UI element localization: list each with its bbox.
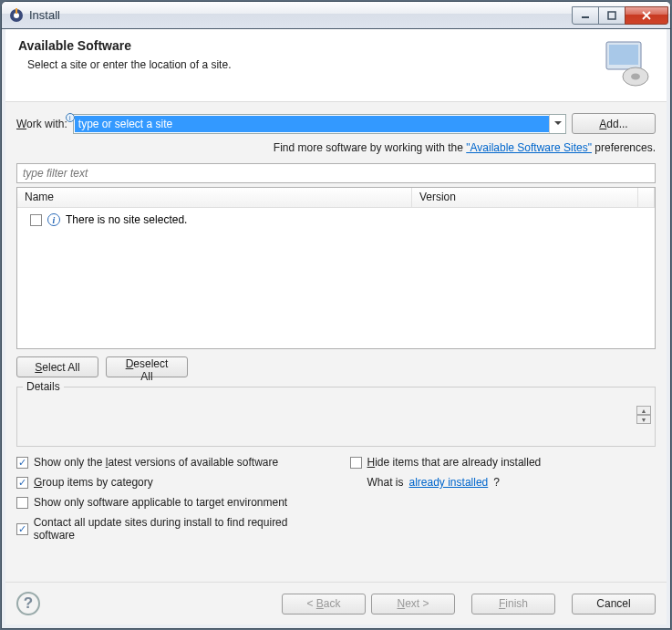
filter-input[interactable] (16, 163, 656, 183)
dialog-footer: ? < Back Next > Finish Cancel (5, 582, 667, 625)
software-tree[interactable]: Name Version i There is no site selected… (16, 187, 656, 349)
opt-latest[interactable]: Show only the latest versions of availab… (16, 456, 323, 469)
column-version[interactable]: Version (412, 188, 638, 207)
window-title: Install (29, 8, 573, 22)
svg-rect-6 (609, 45, 638, 65)
dialog-header: Available Software Select a site or ente… (5, 29, 667, 102)
dialog-body: Work with: i type or select a site Add..… (5, 102, 667, 582)
tree-row[interactable]: i There is no site selected. (23, 212, 649, 228)
add-button[interactable]: Add... (572, 113, 656, 134)
svg-rect-3 (582, 16, 589, 18)
workwith-label: Work with: i (16, 118, 67, 130)
dialog-content: Available Software Select a site or ente… (2, 29, 670, 628)
workwith-row: Work with: i type or select a site Add..… (16, 113, 656, 134)
info-badge-icon: i (66, 113, 75, 122)
app-icon (9, 8, 24, 23)
cancel-button[interactable]: Cancel (572, 594, 656, 615)
what-installed: What is already installed? (350, 476, 656, 489)
page-title: Available Software (18, 38, 599, 53)
close-button[interactable] (625, 6, 668, 25)
details-spinner[interactable]: ▲ ▼ (636, 406, 651, 424)
page-subtitle: Select a site or enter the location of a… (18, 58, 599, 71)
svg-point-8 (631, 74, 640, 80)
workwith-combo[interactable]: type or select a site (73, 114, 566, 134)
opt-group[interactable]: Group items by category (16, 476, 323, 489)
minimize-button[interactable] (572, 6, 599, 25)
checkbox-icon[interactable] (16, 523, 28, 535)
deselect-all-button[interactable]: Deselect All (106, 356, 188, 377)
chevron-down-icon[interactable] (549, 115, 565, 133)
opt-contact[interactable]: Contact all update sites during install … (16, 516, 323, 542)
tree-header: Name Version (17, 188, 655, 208)
checkbox-icon[interactable] (16, 497, 28, 509)
details-group: Details ▲ ▼ (16, 387, 656, 447)
spinner-down-icon[interactable]: ▼ (636, 415, 651, 424)
info-icon: i (47, 213, 60, 226)
help-icon[interactable]: ? (16, 592, 40, 615)
tree-body: i There is no site selected. (17, 208, 655, 348)
install-icon (599, 38, 654, 88)
install-dialog: Install Available Software Select a site… (1, 1, 671, 629)
workwith-value[interactable]: type or select a site (75, 116, 549, 132)
next-button[interactable]: Next > (371, 594, 455, 615)
svg-rect-4 (608, 12, 615, 19)
row-checkbox[interactable] (30, 214, 42, 226)
checkbox-icon[interactable] (16, 457, 28, 469)
window-controls (573, 6, 668, 25)
column-name[interactable]: Name (17, 188, 412, 207)
checkbox-icon[interactable] (350, 457, 362, 469)
available-sites-link[interactable]: "Available Software Sites" (466, 141, 592, 154)
opt-hide[interactable]: Hide items that are already installed (350, 456, 656, 469)
details-label: Details (23, 380, 64, 393)
opt-target[interactable]: Show only software applicable to target … (16, 496, 323, 509)
selection-buttons: Select All Deselect All (16, 356, 656, 377)
select-all-button[interactable]: Select All (16, 356, 98, 377)
titlebar[interactable]: Install (2, 2, 670, 29)
sites-hint: Find more software by working with the "… (16, 141, 656, 154)
finish-button[interactable]: Finish (471, 594, 555, 615)
svg-rect-2 (16, 8, 17, 14)
options-area: Show only the latest versions of availab… (16, 456, 656, 542)
maximize-button[interactable] (598, 6, 625, 25)
empty-message: There is no site selected. (66, 213, 187, 226)
checkbox-icon[interactable] (16, 477, 28, 489)
spinner-up-icon[interactable]: ▲ (636, 406, 651, 415)
already-installed-link[interactable]: already installed (409, 476, 489, 489)
column-spacer (638, 188, 655, 207)
back-button[interactable]: < Back (282, 594, 366, 615)
